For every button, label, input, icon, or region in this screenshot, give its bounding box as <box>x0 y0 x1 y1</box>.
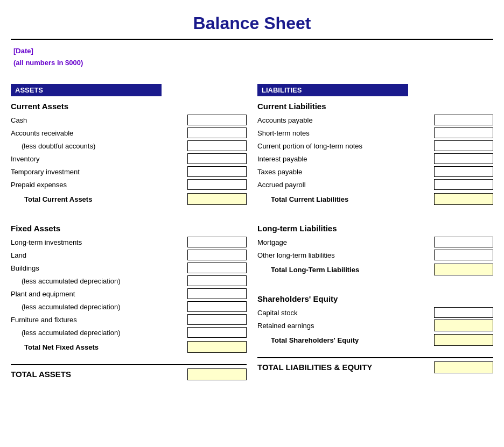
list-item: Accrued payroll <box>257 179 493 190</box>
less-accum-dep-plant-label: (less accumulated depreciation) <box>11 303 187 311</box>
furniture-fixtures-label: Furniture and fixtures <box>11 316 187 324</box>
mortgage-input[interactable] <box>434 237 493 247</box>
total-fixed-assets-row: Total Net Fixed Assets <box>11 340 247 353</box>
total-equity-row: Total Shareholders' Equity <box>257 334 493 346</box>
furniture-fixtures-input[interactable] <box>187 314 247 325</box>
cash-label: Cash <box>11 116 187 124</box>
temporary-investment-input[interactable] <box>187 166 247 177</box>
less-accum-dep-plant-input[interactable] <box>187 301 247 312</box>
list-item: (less accumulated depreciation) <box>11 327 247 338</box>
land-input[interactable] <box>187 250 247 260</box>
mortgage-label: Mortgage <box>257 238 434 246</box>
total-current-assets-row: Total Current Assets <box>11 193 247 205</box>
plant-equipment-label: Plant and equipment <box>11 290 187 298</box>
capital-stock-input[interactable] <box>434 307 493 318</box>
accounts-payable-label: Accounts payable <box>257 116 434 124</box>
assets-header: ASSETS <box>11 84 162 96</box>
list-item: Furniture and fixtures <box>11 314 247 325</box>
interest-payable-input[interactable] <box>434 153 493 164</box>
prepaid-expenses-label: Prepaid expenses <box>11 181 187 189</box>
buildings-label: Buildings <box>11 264 187 272</box>
list-item: Interest payable <box>257 153 493 165</box>
interest-payable-label: Interest payable <box>257 155 434 163</box>
longterm-liabilities-title: Long-term Liabilities <box>257 224 493 233</box>
list-item: Long-term investments <box>11 236 247 248</box>
list-item: (less accumulated depreciation) <box>11 301 247 313</box>
list-item: Other long-term liabilities <box>257 249 493 261</box>
list-item: Current portion of long-term notes <box>257 140 493 152</box>
accounts-receivable-input[interactable] <box>187 127 247 138</box>
accrued-payroll-input[interactable] <box>434 179 493 190</box>
taxes-payable-label: Taxes payable <box>257 168 434 176</box>
longterm-liabilities-section: Long-term Liabilities Mortgage Other lon… <box>257 224 493 276</box>
total-liabilities-equity-section: TOTAL LIABILITIES & EQUITY <box>257 357 493 373</box>
plant-equipment-input[interactable] <box>187 288 247 299</box>
list-item: Capital stock <box>257 307 493 318</box>
list-item: Accounts payable <box>257 114 493 126</box>
longterm-investments-label: Long-term investments <box>11 238 187 246</box>
list-item: Temporary investment <box>11 166 247 178</box>
subtitle-date: [Date] <box>11 44 493 56</box>
total-assets-label: TOTAL ASSETS <box>11 370 71 379</box>
equity-title: Shareholders' Equity <box>257 294 493 303</box>
current-portion-longterm-input[interactable] <box>434 140 493 151</box>
less-doubtful-label: (less doubtful accounts) <box>11 142 187 150</box>
total-longterm-liabilities-input[interactable] <box>434 264 493 275</box>
accounts-receivable-label: Accounts receivable <box>11 129 187 137</box>
total-current-liabilities-label: Total Current Liabilities <box>257 195 434 203</box>
list-item: Accounts receivable <box>11 127 247 139</box>
total-current-assets-input[interactable] <box>187 193 247 205</box>
total-equity-input[interactable] <box>434 334 493 346</box>
retained-earnings-input[interactable] <box>434 320 493 331</box>
longterm-investments-input[interactable] <box>187 237 247 247</box>
fixed-assets-section: Fixed Assets Long-term investments Land … <box>11 224 247 353</box>
subtitle-numbers: (all numbers in $000) <box>11 56 493 68</box>
total-assets-section: TOTAL ASSETS <box>11 364 247 380</box>
capital-stock-label: Capital stock <box>257 309 434 317</box>
other-longterm-label: Other long-term liabilities <box>257 251 434 259</box>
total-fixed-assets-input[interactable] <box>187 341 247 353</box>
other-longterm-input[interactable] <box>434 250 493 260</box>
current-assets-title: Current Assets <box>11 102 247 111</box>
accounts-payable-input[interactable] <box>434 115 493 125</box>
list-item: Cash <box>11 114 247 126</box>
liabilities-header: LIABILITIES <box>257 84 408 96</box>
buildings-input[interactable] <box>187 262 247 273</box>
list-item: Short-term notes <box>257 127 493 139</box>
temporary-investment-label: Temporary investment <box>11 168 187 176</box>
total-current-liabilities-input[interactable] <box>434 193 493 205</box>
assets-column: ASSETS Current Assets Cash Accounts rece… <box>11 84 247 380</box>
retained-earnings-label: Retained earnings <box>257 322 434 330</box>
less-accum-dep-buildings-label: (less accumulated depreciation) <box>11 277 187 285</box>
taxes-payable-input[interactable] <box>434 166 493 177</box>
list-item: Plant and equipment <box>11 288 247 300</box>
inventory-input[interactable] <box>187 153 247 164</box>
less-accum-dep-buildings-input[interactable] <box>187 275 247 286</box>
list-item: Prepaid expenses <box>11 179 247 190</box>
current-liabilities-section: Current Liabilities Accounts payable Sho… <box>257 102 493 205</box>
page-title: Balance Sheet <box>11 5 493 40</box>
equity-section: Shareholders' Equity Capital stock Retai… <box>257 294 493 346</box>
list-item: (less accumulated depreciation) <box>11 275 247 287</box>
total-liabilities-equity-input[interactable] <box>434 361 493 373</box>
total-longterm-liabilities-label: Total Long-Term Liabilities <box>257 266 434 274</box>
short-term-notes-input[interactable] <box>434 127 493 138</box>
inventory-label: Inventory <box>11 155 187 163</box>
total-equity-label: Total Shareholders' Equity <box>257 336 434 344</box>
prepaid-expenses-input[interactable] <box>187 179 247 190</box>
short-term-notes-label: Short-term notes <box>257 129 434 137</box>
total-current-assets-label: Total Current Assets <box>11 195 187 203</box>
current-assets-section: Current Assets Cash Accounts receivable … <box>11 102 247 205</box>
cash-input[interactable] <box>187 115 247 125</box>
list-item: Inventory <box>11 153 247 165</box>
list-item: Taxes payable <box>257 166 493 178</box>
fixed-assets-title: Fixed Assets <box>11 224 247 233</box>
total-longterm-liabilities-row: Total Long-Term Liabilities <box>257 263 493 276</box>
less-accum-dep-furniture-input[interactable] <box>187 327 247 338</box>
list-item: Buildings <box>11 262 247 274</box>
total-liabilities-equity-label: TOTAL LIABILITIES & EQUITY <box>257 363 372 372</box>
liabilities-column: LIABILITIES Current Liabilities Accounts… <box>257 84 493 380</box>
list-item: Retained earnings <box>257 320 493 331</box>
less-doubtful-input[interactable] <box>187 140 247 151</box>
total-assets-input[interactable] <box>187 368 247 380</box>
